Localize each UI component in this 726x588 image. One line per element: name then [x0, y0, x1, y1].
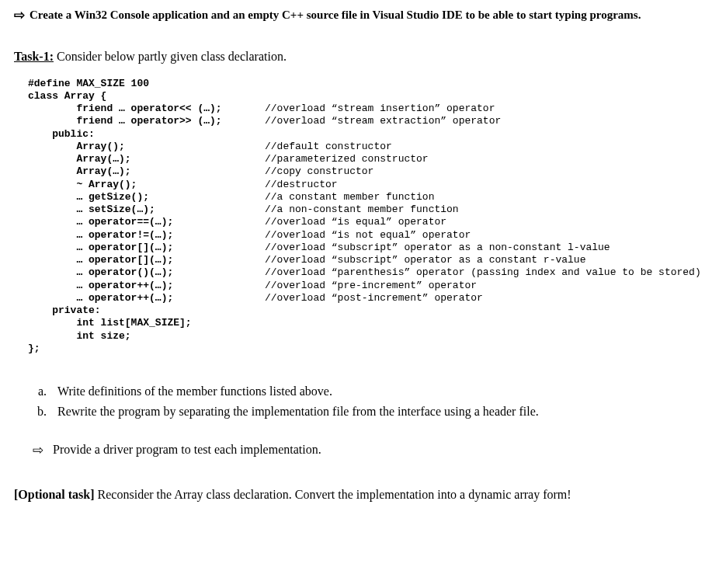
- task-label: Task-1:: [14, 50, 54, 63]
- list-item: b.Rewrite the program by separating the …: [33, 402, 712, 422]
- code-line: … operator[](…);//overload “subscript” o…: [28, 242, 712, 254]
- code-line: int size;: [28, 330, 712, 343]
- top-instruction: ⇨ Create a Win32 Console application and…: [14, 8, 712, 23]
- code-line: class Array {: [28, 90, 712, 103]
- optional-task: [Optional task] Reconsider the Array cla…: [14, 488, 712, 502]
- code-line: Array(…);//parameterized constructor: [28, 153, 712, 165]
- task-description: Consider below partly given class declar…: [54, 50, 287, 63]
- driver-instruction: ⇨ Provide a driver program to test each …: [33, 443, 712, 457]
- code-line-left: friend … operator>> (…);: [28, 115, 265, 127]
- code-line-comment: //overload “parenthesis” operator (passi…: [265, 266, 701, 279]
- code-line-left: private:: [28, 304, 265, 317]
- code-line: … operator++(…);//overload “pre-incremen…: [28, 280, 712, 292]
- arrow-right-icon: ⇨: [33, 443, 43, 457]
- code-line-comment: //overload “is not equal” operator: [265, 229, 471, 242]
- code-line-left: … setSize(…);: [28, 204, 265, 216]
- code-line-comment: //parameterized constructor: [265, 153, 429, 165]
- code-line: friend … operator<< (…);//overload “stre…: [28, 103, 712, 115]
- code-line-comment: //destructor: [265, 179, 338, 191]
- code-line: friend … operator>> (…);//overload “stre…: [28, 115, 712, 127]
- code-line: … getSize();//a constant member function: [28, 191, 712, 204]
- code-line-left: … operator()(…);: [28, 266, 265, 279]
- code-line-left: Array(…);: [28, 165, 265, 178]
- code-line-comment: //overload “stream insertion” operator: [265, 103, 495, 115]
- code-line: #define MAX_SIZE 100: [28, 78, 712, 90]
- document-page: ⇨ Create a Win32 Console application and…: [0, 0, 726, 525]
- list-marker: b.: [33, 402, 47, 422]
- code-line: … operator==(…);//overload “is equal” op…: [28, 216, 712, 228]
- task-heading: Task-1: Consider below partly given clas…: [14, 50, 712, 64]
- code-line-left: int list[MAX_SIZE];: [28, 317, 265, 329]
- code-line-comment: //overload “subscript” operator as a con…: [265, 254, 585, 266]
- code-line-left: … operator++(…);: [28, 292, 265, 304]
- code-line-left: #define MAX_SIZE 100: [28, 78, 265, 90]
- code-line: Array(…);//copy constructor: [28, 165, 712, 178]
- code-line: ~ Array();//destructor: [28, 179, 712, 191]
- list-item: a.Write definitions of the member functi…: [33, 381, 712, 402]
- code-line-left: };: [28, 343, 265, 355]
- code-line: private:: [28, 304, 712, 317]
- code-line-left: ~ Array();: [28, 179, 265, 191]
- list-text: Rewrite the program by separating the im…: [57, 402, 539, 422]
- code-line-left: public:: [28, 128, 265, 141]
- task-sublist: a.Write definitions of the member functi…: [33, 381, 712, 421]
- code-line-left: Array();: [28, 141, 265, 153]
- list-marker: a.: [33, 381, 47, 402]
- code-line-left: … operator[](…);: [28, 242, 265, 254]
- code-line: … operator[](…);//overload “subscript” o…: [28, 254, 712, 266]
- code-line-comment: //copy constructor: [265, 165, 373, 178]
- top-instruction-text: Create a Win32 Console application and a…: [30, 8, 641, 23]
- code-block: #define MAX_SIZE 100class Array { friend…: [28, 78, 712, 356]
- code-line-left: Array(…);: [28, 153, 265, 165]
- code-line-left: … operator==(…);: [28, 216, 265, 228]
- code-line-comment: //overload “is equal” operator: [265, 216, 446, 228]
- code-line-left: … getSize();: [28, 191, 265, 204]
- driver-text: Provide a driver program to test each im…: [53, 443, 321, 457]
- code-line: … operator()(…);//overload “parenthesis”…: [28, 266, 712, 279]
- code-line-left: friend … operator<< (…);: [28, 103, 265, 115]
- code-line-left: … operator++(…);: [28, 280, 265, 292]
- code-line-comment: //a constant member function: [265, 191, 434, 204]
- code-line: };: [28, 343, 712, 355]
- code-line: public:: [28, 128, 712, 141]
- code-line: … operator!=(…);//overload “is not equal…: [28, 229, 712, 242]
- code-line-left: … operator[](…);: [28, 254, 265, 266]
- code-line-left: class Array {: [28, 90, 265, 103]
- code-line-left: int size;: [28, 330, 265, 343]
- code-line-comment: //overload “subscript” operator as a non…: [265, 242, 610, 254]
- code-line-comment: //a non-constant member function: [265, 204, 459, 216]
- code-line-comment: //overload “stream extraction” operator: [265, 115, 501, 127]
- code-line-comment: //overload “pre-increment” operator: [265, 280, 477, 292]
- code-line-left: … operator!=(…);: [28, 229, 265, 242]
- code-line: … operator++(…);//overload “post-increme…: [28, 292, 712, 304]
- code-line-comment: //overload “post-increment” operator: [265, 292, 483, 304]
- optional-text: Reconsider the Array class declaration. …: [95, 488, 571, 501]
- optional-label: [Optional task]: [14, 488, 95, 501]
- list-text: Write definitions of the member function…: [57, 381, 332, 402]
- code-line: Array();//default constructor: [28, 141, 712, 153]
- code-line-comment: //default constructor: [265, 141, 392, 153]
- code-line: int list[MAX_SIZE];: [28, 317, 712, 329]
- arrow-right-icon: ⇨: [14, 8, 25, 22]
- code-line: … setSize(…);//a non-constant member fun…: [28, 204, 712, 216]
